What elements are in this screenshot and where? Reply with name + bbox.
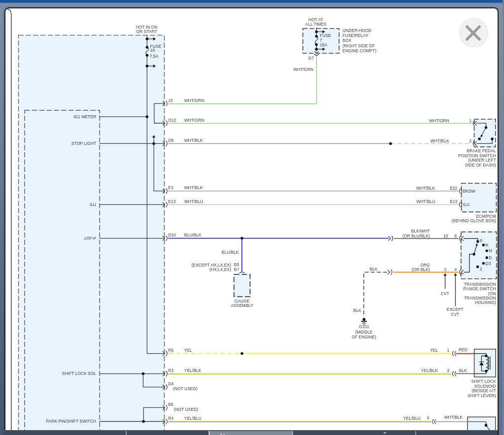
- svg-text:4: 4: [455, 267, 457, 272]
- svg-text:FUSE: FUSE: [320, 33, 331, 38]
- svg-text:STOP LIGHT: STOP LIGHT: [72, 141, 96, 146]
- svg-text:WHT/BLK: WHT/BLK: [431, 138, 449, 143]
- svg-text:1: 1: [469, 118, 472, 123]
- svg-text:N: N: [489, 248, 492, 253]
- svg-text:(BEHIND GLOVE BOX): (BEHIND GLOVE BOX): [452, 218, 496, 223]
- svg-text:BLU/BLK: BLU/BLK: [221, 250, 239, 255]
- svg-text:(NOT USED): (NOT USED): [174, 407, 198, 412]
- svg-text:YEL: YEL: [184, 348, 192, 353]
- svg-text:YEL: YEL: [430, 348, 438, 353]
- svg-text:BKSW: BKSW: [463, 189, 475, 194]
- svg-text:BLK: BLK: [369, 267, 377, 271]
- svg-text:7.5A: 7.5A: [150, 54, 159, 59]
- svg-text:GAUGE: GAUGE: [234, 299, 250, 303]
- svg-text:(NOT USED): (NOT USED): [173, 386, 198, 391]
- svg-text:PARK PIN/SHIFT SWITCH: PARK PIN/SHIFT SWITCH: [46, 419, 96, 424]
- svg-text:E3: E3: [168, 185, 174, 190]
- svg-text:YEL/BLK: YEL/BLK: [421, 368, 438, 373]
- svg-text:SHIFT LOCK SOL: SHIFT LOCK SOL: [62, 371, 97, 376]
- svg-text:WHT/GRN: WHT/GRN: [429, 118, 449, 123]
- svg-text:P: P: [480, 238, 483, 243]
- svg-text:10: 10: [443, 234, 448, 238]
- svg-text:SIDE OF DASH): SIDE OF DASH): [465, 163, 496, 167]
- svg-text:O5: O5: [168, 138, 174, 143]
- svg-text:YEL/BLU: YEL/BLU: [403, 416, 421, 421]
- svg-text:HOUSING): HOUSING): [475, 300, 496, 305]
- svg-text:WHT/BLU: WHT/BLU: [184, 199, 203, 204]
- svg-text:SHIFT LEVER): SHIFT LEVER): [468, 393, 496, 398]
- svg-text:YEL/BLU: YEL/BLU: [184, 416, 202, 421]
- svg-text:O12: O12: [168, 118, 176, 123]
- svg-text:CVT: CVT: [441, 291, 449, 296]
- svg-text:WHT/GRN: WHT/GRN: [184, 98, 205, 103]
- svg-text:OF ENGINE): OF ENGINE): [352, 335, 376, 339]
- svg-text:D10: D10: [168, 233, 176, 237]
- svg-text:YEL/BLK: YEL/BLK: [184, 368, 202, 373]
- svg-text:(RIGHT SIDE OF: (RIGHT SIDE OF: [343, 43, 375, 48]
- svg-text:WHT/BLK: WHT/BLK: [444, 415, 463, 420]
- svg-text:R5: R5: [168, 348, 174, 353]
- svg-text:(UNDER LEFT: (UNDER LEFT: [468, 158, 496, 163]
- svg-text:2: 2: [444, 267, 447, 272]
- svg-text:ILU: ILU: [90, 202, 96, 207]
- svg-text:ORG: ORG: [420, 263, 430, 268]
- svg-text:ECM/PCM: ECM/PCM: [476, 214, 496, 219]
- svg-text:15A: 15A: [320, 42, 327, 47]
- svg-text:(OR BLK): (OR BLK): [412, 267, 430, 272]
- svg-text:HOT IN ON: HOT IN ON: [136, 25, 158, 30]
- svg-text:(BESIDE A/T: (BESIDE A/T: [471, 388, 496, 393]
- svg-text:SOLENOID: SOLENOID: [474, 384, 496, 389]
- svg-text:WHT/GRN: WHT/GRN: [293, 67, 314, 72]
- svg-text:BRAKE PEDAL: BRAKE PEDAL: [467, 148, 496, 153]
- svg-text:(MIDDLE: (MIDDLE: [356, 330, 373, 335]
- svg-text:10: 10: [150, 48, 155, 53]
- svg-text:R4: R4: [168, 416, 174, 421]
- svg-text:E13: E13: [450, 199, 457, 204]
- svg-text:UNDER-HOOD: UNDER-HOOD: [343, 28, 372, 33]
- svg-text:D: D: [489, 255, 492, 260]
- svg-text:BOX: BOX: [343, 38, 352, 43]
- svg-text:D3: D3: [485, 261, 491, 266]
- svg-text:ILU: ILU: [463, 202, 469, 207]
- svg-text:BLK/WHT: BLK/WHT: [411, 229, 430, 234]
- svg-text:FUSE/RELAY: FUSE/RELAY: [343, 33, 369, 38]
- svg-text:BLU/BLK: BLU/BLK: [184, 233, 202, 237]
- svg-text:RED: RED: [459, 347, 468, 352]
- svg-text:OR START: OR START: [136, 29, 157, 34]
- svg-text:ASSEMBLY: ASSEMBLY: [231, 303, 253, 308]
- svg-text:ENGINE COMPT): ENGINE COMPT): [343, 48, 377, 53]
- svg-text:WHT/BLK: WHT/BLK: [184, 138, 203, 143]
- svg-text:IG1 METER: IG1 METER: [73, 114, 96, 119]
- svg-text:2: 2: [447, 368, 450, 373]
- svg-text:6: 6: [455, 234, 457, 238]
- svg-text:B5: B5: [234, 262, 240, 267]
- svg-text:EXCEPT: EXCEPT: [447, 307, 464, 312]
- svg-text:WHT/BLK: WHT/BLK: [184, 185, 203, 190]
- svg-text:TRANSMISSION: TRANSMISSION: [464, 282, 496, 287]
- svg-text:J3: J3: [168, 98, 173, 103]
- svg-text:1: 1: [447, 348, 450, 353]
- svg-text:E22: E22: [450, 186, 457, 191]
- svg-text:ATP-P: ATP-P: [84, 236, 97, 241]
- svg-text:B7: B7: [234, 267, 240, 272]
- svg-text:(OR BLU/BLK): (OR BLU/BLK): [402, 234, 430, 238]
- svg-text:ALL TIMES: ALL TIMES: [305, 22, 326, 27]
- svg-text:4: 4: [427, 415, 429, 420]
- svg-text:POSITION SWITCH: POSITION SWITCH: [458, 153, 496, 158]
- svg-text:2: 2: [469, 138, 472, 143]
- svg-text:(ON: (ON: [488, 291, 496, 296]
- svg-text:CVT: CVT: [451, 312, 459, 317]
- svg-text:G101: G101: [359, 324, 369, 329]
- svg-text:B5: B5: [168, 402, 174, 407]
- svg-text:WHT/BLU: WHT/BLU: [416, 199, 435, 204]
- svg-text:(HX,LX,EX): (HX,LX,EX): [210, 267, 231, 272]
- svg-text:R3: R3: [168, 368, 174, 373]
- svg-text:E13: E13: [168, 199, 176, 204]
- svg-text:BLK: BLK: [459, 368, 467, 373]
- svg-text:BLK: BLK: [353, 308, 361, 313]
- svg-text:D7: D7: [309, 56, 314, 61]
- svg-text:SHIFT LOCK: SHIFT LOCK: [471, 379, 496, 384]
- svg-text:WHT/GRN: WHT/GRN: [184, 118, 205, 123]
- svg-text:R: R: [485, 243, 488, 248]
- svg-text:WHT/BLK: WHT/BLK: [416, 186, 435, 191]
